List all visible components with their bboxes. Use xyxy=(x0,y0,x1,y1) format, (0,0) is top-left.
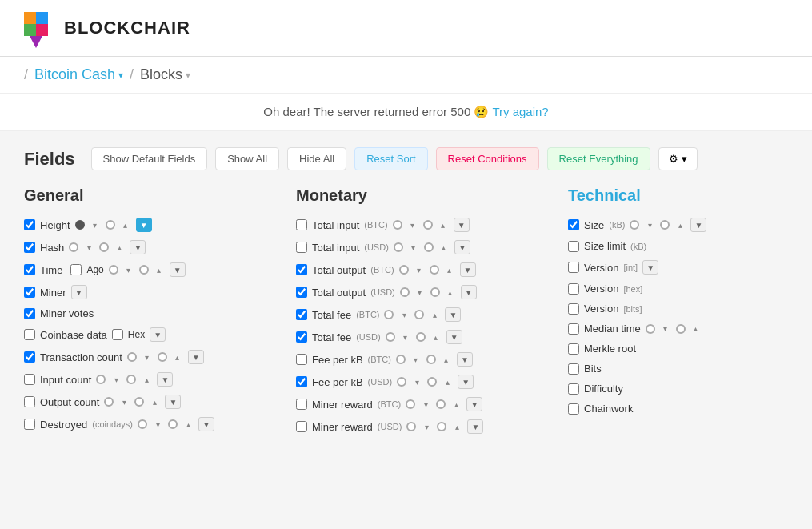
sort-down-height[interactable]: ▾ xyxy=(90,219,101,230)
radio-time-1[interactable] xyxy=(109,265,118,275)
tx-count-checkbox[interactable] xyxy=(24,351,35,363)
total-input-usd-checkbox[interactable] xyxy=(296,242,307,253)
radio-height-2[interactable] xyxy=(106,220,115,230)
radio-to-btc-1[interactable] xyxy=(399,265,409,275)
hash-checkbox[interactable] xyxy=(24,242,35,253)
radio-tx-2[interactable] xyxy=(158,352,167,362)
size-limit-checkbox[interactable] xyxy=(568,241,579,252)
filter-tx-btn[interactable]: ▼ xyxy=(188,350,204,364)
radio-input-1[interactable] xyxy=(96,375,106,384)
reset-everything-button[interactable]: Reset Everything xyxy=(547,147,650,170)
radio-ti-usd-1[interactable] xyxy=(394,242,403,252)
radio-hash-2[interactable] xyxy=(99,242,109,252)
radio-output-1[interactable] xyxy=(104,397,114,407)
ago-checkbox[interactable] xyxy=(70,264,82,275)
sort-down-time[interactable]: ▾ xyxy=(123,264,134,275)
miner-checkbox[interactable] xyxy=(24,287,35,298)
radio-mt-2[interactable] xyxy=(676,324,686,334)
height-checkbox[interactable] xyxy=(24,219,35,230)
total-output-btc-checkbox[interactable] xyxy=(296,264,307,275)
miner-reward-usd-checkbox[interactable] xyxy=(296,421,307,432)
chainwork-checkbox[interactable] xyxy=(568,403,579,415)
sort-up-tx[interactable]: ▴ xyxy=(172,351,183,363)
radio-destroyed-2[interactable] xyxy=(168,419,178,429)
sort-up-height[interactable]: ▴ xyxy=(120,219,131,230)
size-checkbox[interactable] xyxy=(568,219,579,230)
filter-time-btn[interactable]: ▼ xyxy=(170,262,186,277)
radio-mr-btc-1[interactable] xyxy=(406,399,415,409)
gear-button[interactable]: ⚙ ▾ xyxy=(658,147,698,170)
radio-size-1[interactable] xyxy=(630,220,639,230)
fee-kb-usd-checkbox[interactable] xyxy=(296,376,307,387)
radio-to-usd-1[interactable] xyxy=(400,287,410,297)
output-count-checkbox[interactable] xyxy=(24,396,35,407)
radio-mt-1[interactable] xyxy=(646,324,655,334)
hide-all-button[interactable]: Hide All xyxy=(287,147,346,170)
sort-up-input[interactable]: ▴ xyxy=(141,374,152,385)
bits-checkbox[interactable] xyxy=(568,363,579,375)
version-hex-checkbox[interactable] xyxy=(568,283,579,295)
filter-tf-btc-btn[interactable]: ▼ xyxy=(445,307,461,322)
filter-fkb-btc-btn[interactable]: ▼ xyxy=(457,352,473,367)
radio-tx-1[interactable] xyxy=(127,352,137,362)
radio-to-usd-2[interactable] xyxy=(430,287,440,297)
radio-tf-btc-1[interactable] xyxy=(384,310,394,319)
version-bits-checkbox[interactable] xyxy=(568,303,579,315)
version-int-checkbox[interactable] xyxy=(568,262,579,273)
input-count-checkbox[interactable] xyxy=(24,374,35,385)
radio-mr-btc-2[interactable] xyxy=(436,399,446,409)
reset-sort-button[interactable]: Reset Sort xyxy=(354,147,427,170)
fee-kb-btc-checkbox[interactable] xyxy=(296,354,307,365)
radio-ti-btc-2[interactable] xyxy=(423,220,433,230)
sort-down-output[interactable]: ▾ xyxy=(118,396,130,407)
radio-ti-btc-1[interactable] xyxy=(393,220,402,230)
radio-size-2[interactable] xyxy=(660,220,670,230)
filter-to-usd-btn[interactable]: ▼ xyxy=(461,285,477,299)
filter-output-btn[interactable]: ▼ xyxy=(165,395,181,409)
filter-ti-usd-btn[interactable]: ▼ xyxy=(454,240,470,254)
filter-coinbase-btn[interactable]: ▼ xyxy=(150,327,166,342)
filter-miner-btn[interactable]: ▼ xyxy=(71,285,87,299)
total-fee-usd-checkbox[interactable] xyxy=(296,331,307,343)
merkle-root-checkbox[interactable] xyxy=(568,343,579,355)
median-time-checkbox[interactable] xyxy=(568,323,579,335)
show-default-fields-button[interactable]: Show Default Fields xyxy=(91,147,208,170)
sort-down-tx[interactable]: ▾ xyxy=(142,351,153,363)
retry-link[interactable]: Try again? xyxy=(492,105,548,118)
filter-input-btn[interactable]: ▼ xyxy=(157,372,173,387)
filter-destroyed-btn[interactable]: ▼ xyxy=(198,417,214,431)
total-input-btc-checkbox[interactable] xyxy=(296,219,307,230)
miner-reward-btc-checkbox[interactable] xyxy=(296,399,307,410)
filter-mr-usd-btn[interactable]: ▼ xyxy=(467,419,483,434)
sort-down-destroyed[interactable]: ▾ xyxy=(152,419,163,430)
radio-tf-btc-2[interactable] xyxy=(414,310,424,319)
radio-fkb-usd-1[interactable] xyxy=(397,377,406,387)
radio-hash-1[interactable] xyxy=(69,242,78,252)
hex-checkbox[interactable] xyxy=(112,329,123,340)
radio-mr-usd-1[interactable] xyxy=(406,422,416,431)
sort-down-input[interactable]: ▾ xyxy=(110,374,122,385)
filter-to-btc-btn[interactable]: ▼ xyxy=(460,262,476,277)
total-fee-btc-checkbox[interactable] xyxy=(296,309,307,320)
total-output-usd-checkbox[interactable] xyxy=(296,287,307,298)
sort-up-time[interactable]: ▴ xyxy=(154,264,165,275)
coinbase-checkbox[interactable] xyxy=(24,329,35,340)
radio-destroyed-1[interactable] xyxy=(138,419,147,429)
radio-to-btc-2[interactable] xyxy=(430,265,439,275)
radio-ti-usd-2[interactable] xyxy=(424,242,434,252)
radio-tf-usd-2[interactable] xyxy=(416,332,426,342)
show-all-button[interactable]: Show All xyxy=(215,147,279,170)
filter-hash-btn[interactable]: ▼ xyxy=(130,240,146,254)
radio-input-2[interactable] xyxy=(126,375,136,384)
radio-mr-usd-2[interactable] xyxy=(437,422,446,431)
sort-up-destroyed[interactable]: ▴ xyxy=(182,419,194,430)
destroyed-checkbox[interactable] xyxy=(24,419,35,430)
time-checkbox[interactable] xyxy=(24,264,35,275)
difficulty-checkbox[interactable] xyxy=(568,383,579,395)
filter-fkb-usd-btn[interactable]: ▼ xyxy=(458,375,474,389)
filter-mr-btc-btn[interactable]: ▼ xyxy=(466,397,482,411)
sort-up-hash[interactable]: ▴ xyxy=(114,242,125,253)
radio-fkb-btc-1[interactable] xyxy=(396,355,406,364)
filter-tf-usd-btn[interactable]: ▼ xyxy=(446,330,462,344)
filter-ti-btc-btn[interactable]: ▼ xyxy=(454,218,470,232)
